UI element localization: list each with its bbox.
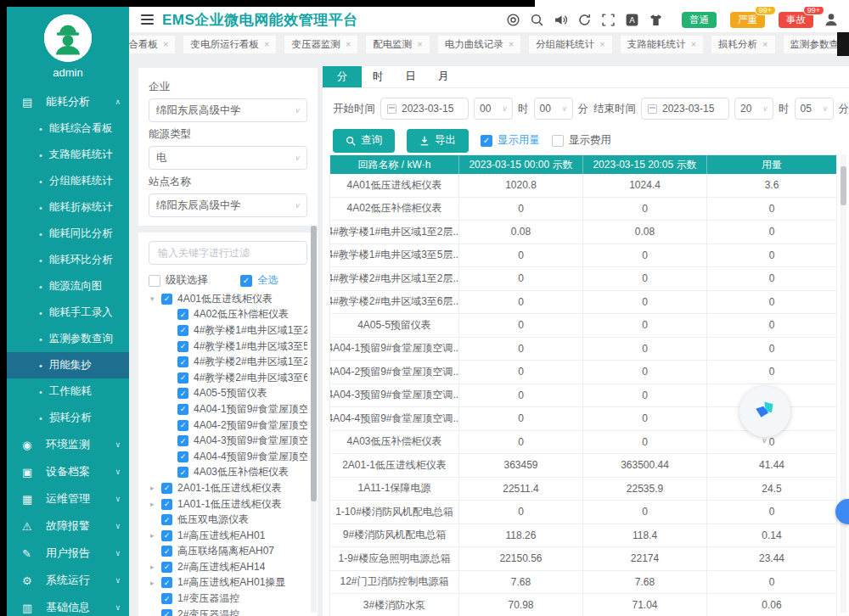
tree-node-15[interactable]: ▸✓1#高压进线柜AH01 <box>149 528 307 544</box>
tree-node-10[interactable]: ✓4A04-4预留9#食堂屋顶空调机组仪表 <box>149 449 307 465</box>
tree-checkbox[interactable]: ✓ <box>161 530 172 541</box>
end-minute-select[interactable]: 05∨ <box>795 98 834 120</box>
remote-tool-floating-button[interactable] <box>739 386 790 437</box>
table-scrollbar-thumb[interactable] <box>841 166 846 205</box>
sidebar-group-14[interactable]: ▣设备档案∨ <box>7 458 129 485</box>
tree-node-0[interactable]: ▾✓4A01低压进线柜仪表 <box>149 291 307 307</box>
tree-expand-icon[interactable]: ▸ <box>150 531 161 540</box>
tree-node-9[interactable]: ✓4A04-3预留9#食堂屋顶空调机组仪表 <box>149 433 307 449</box>
tree-scrollbar-thumb[interactable] <box>311 226 317 501</box>
tree-scrollbar[interactable] <box>311 226 317 613</box>
tree-checkbox[interactable]: ✓ <box>177 341 188 352</box>
tree-checkbox[interactable]: ✓ <box>177 372 188 384</box>
tab-8[interactable]: 监测参数查询× <box>784 36 838 53</box>
tab-7[interactable]: 损耗分析× <box>711 36 774 53</box>
alarm-badge-2[interactable]: 事故99+ <box>779 11 813 28</box>
period-tab-0[interactable]: 分 <box>323 66 362 87</box>
tree-node-19[interactable]: ✓1#变压器温控 <box>149 591 307 607</box>
select-all-checkbox[interactable]: ✓ <box>240 275 252 287</box>
sidebar-item-12[interactable]: •损耗分析 <box>7 405 129 431</box>
fullscreen-icon[interactable] <box>601 13 616 27</box>
sidebar-group-17[interactable]: ✎用户报告∨ <box>7 540 129 567</box>
tree-checkbox[interactable]: ✓ <box>177 356 188 367</box>
period-tab-2[interactable]: 日 <box>395 66 428 87</box>
sidebar-item-5[interactable]: •能耗同比分析 <box>7 221 129 247</box>
tree-checkbox[interactable]: ✓ <box>177 325 188 336</box>
sidebar-item-3[interactable]: •分组能耗统计 <box>7 168 129 194</box>
start-minute-select[interactable]: 00∨ <box>534 98 573 120</box>
end-hour-select[interactable]: 20∨ <box>734 98 773 120</box>
tree-checkbox[interactable]: ✓ <box>177 451 188 462</box>
sidebar-group-0[interactable]: ▤能耗分析∧ <box>7 88 129 115</box>
alarm-badge-0[interactable]: 普通 <box>682 11 717 28</box>
tree-expand-icon[interactable]: ▾ <box>150 294 161 303</box>
tree-checkbox[interactable]: ✓ <box>177 467 188 478</box>
sidebar-item-11[interactable]: •工作能耗 <box>7 378 129 405</box>
close-tab-icon[interactable]: × <box>762 39 767 49</box>
tree-checkbox[interactable]: ✓ <box>161 546 172 557</box>
target-icon[interactable] <box>506 13 520 27</box>
tree-node-12[interactable]: ▸✓2A01-1低压进线柜仪表 <box>149 480 307 496</box>
sidebar-group-19[interactable]: ▥基础信息∨ <box>7 594 129 616</box>
tree-node-16[interactable]: ✓高压联络隔离柜AH07 <box>149 544 307 560</box>
tree-checkbox[interactable]: ✓ <box>161 514 172 525</box>
tree-node-8[interactable]: ✓4A04-2预留9#食堂屋顶空调机组仪表 <box>149 417 307 434</box>
tree-checkbox[interactable]: ✓ <box>177 309 188 320</box>
tree-checkbox[interactable]: ✓ <box>161 609 172 616</box>
sidebar-item-6[interactable]: •能耗环比分析 <box>7 247 129 273</box>
tree-expand-icon[interactable]: ▸ <box>150 563 161 571</box>
tree-node-6[interactable]: ✓4A05-5预留仪表 <box>149 386 307 402</box>
tree-checkbox[interactable]: ✓ <box>177 435 188 446</box>
tree-expand-icon[interactable]: ▸ <box>150 484 161 492</box>
close-tab-icon[interactable]: × <box>691 39 696 49</box>
start-hour-select[interactable]: 00∨ <box>474 98 513 120</box>
tree-node-14[interactable]: ✓低压双电源仪表 <box>149 512 307 528</box>
avatar[interactable] <box>44 14 92 62</box>
tree-checkbox[interactable]: ✓ <box>161 294 172 305</box>
tree-node-18[interactable]: ▸✓1#高压进线柜AH01操显 <box>149 575 307 591</box>
show-usage-checkbox[interactable]: ✓ <box>481 135 492 147</box>
close-tab-icon[interactable]: × <box>509 39 514 49</box>
tab-3[interactable]: 配电监测× <box>366 36 429 53</box>
tree-node-20[interactable]: ✓2#变压器温控 <box>149 607 307 616</box>
search-button[interactable]: 查询 <box>333 129 395 153</box>
sidebar-item-7[interactable]: •能源流向图 <box>7 273 129 300</box>
show-cost-checkbox[interactable] <box>552 135 564 147</box>
sidebar-item-8[interactable]: •能耗手工录入 <box>7 300 129 326</box>
collapse-chevron-icon[interactable]: ∨ <box>762 436 767 445</box>
tree-node-3[interactable]: ✓4#教学楼1#电井区域3至5层动力仪表 <box>149 339 307 355</box>
period-tab-3[interactable]: 月 <box>427 66 460 87</box>
enterprise-select[interactable]: 绵阳东辰高级中学 ∨ <box>149 98 307 122</box>
tree-checkbox[interactable]: ✓ <box>177 404 188 415</box>
sidebar-group-16[interactable]: ⚠故障报警∨ <box>7 512 129 540</box>
close-tab-icon[interactable]: × <box>346 39 351 49</box>
tab-0[interactable]: 综合看板× <box>129 36 175 53</box>
sidebar-group-18[interactable]: ⚙系统运行∨ <box>7 567 129 594</box>
sidebar-item-4[interactable]: •能耗折标统计 <box>7 194 129 221</box>
close-tab-icon[interactable]: × <box>264 39 269 49</box>
tree-expand-icon[interactable]: ▸ <box>150 500 161 508</box>
tab-5[interactable]: 分组能耗统计× <box>529 36 611 53</box>
tree-node-17[interactable]: ▸✓2#高压进线柜AH14 <box>149 559 307 575</box>
sidebar-group-15[interactable]: ▦运维管理∨ <box>7 485 129 512</box>
volume-icon[interactable] <box>554 13 568 27</box>
tree-node-1[interactable]: ✓4A02低压补偿柜仪表 <box>149 307 307 323</box>
export-button[interactable]: 导出 <box>407 129 469 153</box>
tree-node-11[interactable]: ✓4A03低压补偿柜仪表 <box>149 465 307 481</box>
tab-2[interactable]: 变压器监测× <box>284 36 357 53</box>
sidebar-group-13[interactable]: ◉环境监测∨ <box>7 431 129 458</box>
tree-checkbox[interactable]: ✓ <box>161 562 172 573</box>
theme-icon[interactable] <box>649 13 663 27</box>
search-icon[interactable] <box>530 13 544 27</box>
tree-node-4[interactable]: ✓4#教学楼2#电井区域1至2层动力仪表 <box>149 354 307 370</box>
user-icon[interactable] <box>824 12 839 27</box>
menu-toggle-icon[interactable] <box>141 14 154 25</box>
tree-checkbox[interactable]: ✓ <box>177 388 188 399</box>
tree-checkbox[interactable]: ✓ <box>161 577 172 588</box>
tree-checkbox[interactable]: ✓ <box>161 593 172 604</box>
energy-type-select[interactable]: 电 ∨ <box>149 146 307 170</box>
tree-node-13[interactable]: ▸✓1A01-1低压进线柜仪表 <box>149 496 307 512</box>
tab-6[interactable]: 支路能耗统计× <box>621 36 703 53</box>
tree-checkbox[interactable]: ✓ <box>161 483 172 494</box>
tab-1[interactable]: 变电所运行看板× <box>183 36 276 53</box>
